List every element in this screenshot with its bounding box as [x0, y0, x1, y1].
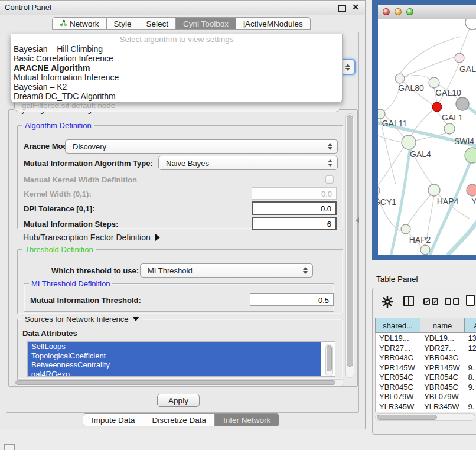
attribute-item[interactable]: TopologicalCoefficient	[28, 351, 321, 361]
network-node-label: SWI4	[454, 136, 474, 146]
settings-hscrollbar[interactable]	[14, 379, 344, 386]
close-icon[interactable]: ✕	[352, 2, 359, 12]
tab-jactivemnodules[interactable]: jActiveMNodules	[236, 17, 311, 30]
network-node-y[interactable]	[467, 184, 476, 196]
column-header-2[interactable]: name	[420, 318, 465, 333]
table-cell: YDR27...	[376, 343, 420, 353]
bottom-tab-infer-network[interactable]: Infer Network	[215, 413, 279, 426]
table-row[interactable]: YLR345WYLR345W9.	[376, 402, 476, 412]
table-toolbar: ✓ ✓	[373, 294, 476, 315]
network-window-titlebar[interactable]	[378, 5, 476, 19]
checked-boxes-icon[interactable]: ✓	[423, 298, 430, 305]
network-node-label: GAL11	[382, 119, 407, 128]
network-node-gal1[interactable]	[444, 123, 455, 134]
attribute-item[interactable]: BetweennessCentrality	[28, 360, 321, 370]
manual-kernel-label: Manual Kernel Width Definition	[24, 175, 137, 184]
column-header-1[interactable]: shared...	[375, 318, 420, 333]
network-node[interactable]	[432, 102, 442, 112]
network-node-gal4[interactable]	[402, 135, 416, 149]
table-cell: YBR045C	[376, 382, 420, 392]
attributes-vscrollbar[interactable]	[325, 344, 333, 377]
mi-threshold-label: Mutual Information Threshold:	[30, 296, 141, 305]
collapse-down-icon	[132, 317, 139, 321]
network-node[interactable]	[420, 245, 430, 255]
document-icon[interactable]	[466, 295, 475, 306]
mi-threshold-field[interactable]	[250, 293, 334, 306]
split-view-icon[interactable]	[403, 296, 414, 306]
combo-spinner-icon	[345, 64, 350, 71]
node-table: shared...nameA YDL19...YDL19...13YDR27..…	[375, 318, 476, 412]
data-attributes-list: SelfLoopsTopologicalCoefficientBetweenne…	[27, 341, 335, 377]
table-row[interactable]: YPR145WYPR145W9.	[376, 363, 476, 373]
sources-group: Sources for Network Inference Data Attri…	[17, 319, 343, 379]
checked-boxes-icon[interactable]: ✓	[432, 298, 438, 305]
hub-definition-toggle[interactable]: Hub/Transcription Factor Definition	[23, 233, 160, 242]
mi-steps-field[interactable]	[252, 217, 337, 230]
table-row[interactable]: YBR043CYBR043C	[376, 353, 476, 363]
table-cell: YBR043C	[376, 353, 420, 363]
table-row[interactable]: YER054CYER054C8.	[376, 372, 476, 382]
aracne-mode-combo[interactable]: Discovery	[65, 139, 338, 154]
sources-group-title[interactable]: Sources for Network Inference	[22, 315, 142, 324]
dropdown-item[interactable]: Bayesian – K2	[11, 82, 342, 92]
kernel-width-field[interactable]	[252, 187, 337, 200]
zoom-traffic-light[interactable]	[406, 8, 413, 15]
network-node-label: GAL10	[435, 88, 461, 97]
settings-vscrollbar[interactable]	[345, 113, 354, 378]
network-node[interactable]	[456, 97, 469, 110]
table-row[interactable]: YBL079WYBL079W	[376, 392, 476, 402]
kernel-width-label: Kernel Width (0,1):	[24, 190, 92, 198]
table-row[interactable]: YBR045CYBR045C9.	[376, 382, 476, 392]
dropdown-item[interactable]: Bayesian – Hill Climbing	[11, 44, 342, 54]
network-node-gal10[interactable]	[429, 77, 439, 88]
column-header-3[interactable]: A	[465, 318, 476, 333]
splitter-collapse-icon[interactable]	[356, 217, 359, 223]
table-cell: YBL079W	[420, 392, 464, 402]
which-threshold-label: Which threshold to use:	[51, 266, 139, 275]
which-threshold-combo[interactable]: MI Threshold	[140, 263, 313, 278]
table-row[interactable]: YDR27...YDR27...12	[376, 343, 476, 353]
manual-kernel-checkbox[interactable]	[325, 175, 334, 184]
close-traffic-light[interactable]	[383, 8, 390, 15]
table-hscrollbar[interactable]	[375, 413, 475, 421]
table-cell: 9	[464, 411, 476, 412]
network-node-gal11[interactable]	[378, 109, 385, 119]
tab-select[interactable]: Select	[139, 17, 177, 30]
tab-network[interactable]: Network	[52, 17, 107, 30]
network-node[interactable]	[465, 19, 476, 30]
network-node-hap2[interactable]	[401, 224, 410, 234]
apply-button[interactable]: Apply	[157, 394, 200, 407]
floating-panel-fragment[interactable]	[4, 444, 15, 450]
dropdown-item[interactable]: ARACNE Algorithm	[11, 63, 342, 73]
dropdown-item[interactable]: Basic Correlation Inference	[11, 54, 342, 63]
dropdown-item[interactable]: Dream8 DC_TDC Algorithm	[11, 92, 342, 101]
bottom-tab-discretize-data[interactable]: Discretize Data	[144, 413, 216, 426]
float-icon[interactable]	[338, 5, 346, 12]
gear-icon[interactable]	[381, 295, 394, 310]
network-node-gal[interactable]	[455, 53, 464, 63]
dropdown-item[interactable]: Mutual Information Inference	[11, 73, 342, 82]
table-row[interactable]: YIL052CYIL052C9	[376, 411, 476, 412]
tab-cyni-toolbox[interactable]: Cyni Toolbox	[176, 17, 236, 30]
attribute-item[interactable]: gal4RGexp	[28, 370, 321, 377]
minimize-traffic-light[interactable]	[395, 8, 402, 15]
algorithm-definition-title: Algorithm Definition	[22, 121, 94, 130]
mi-steps-label: Mutual Information Steps:	[24, 220, 118, 229]
algorithm-dropdown-list: Select algorithm to view settings Bayesi…	[11, 34, 343, 103]
bottom-tab-impute-data[interactable]: Impute Data	[83, 413, 144, 426]
tab-style[interactable]: Style	[107, 17, 139, 30]
table-row[interactable]: YDL19...YDL19...13	[376, 333, 476, 343]
network-node-hap4[interactable]	[428, 184, 440, 196]
unchecked-boxes-icon[interactable]	[453, 298, 459, 305]
network-node-gcy1[interactable]	[378, 186, 380, 195]
algorithm-definition-group: Algorithm Definition Aracne Mode: Discov…	[17, 125, 343, 229]
network-node-gal80[interactable]	[395, 74, 405, 83]
mi-type-combo[interactable]: Naive Bayes	[158, 156, 338, 170]
network-canvas[interactable]: GALGAL80GAL10GAL11GAL1SWI4GAL4GCY1HAP4YH…	[378, 19, 476, 255]
network-node-swi4[interactable]	[465, 148, 476, 163]
attribute-item[interactable]: SelfLoops	[28, 342, 321, 351]
dpi-tolerance-field[interactable]	[252, 201, 337, 215]
hub-definition-label: Hub/Transcription Factor Definition	[23, 233, 151, 242]
unchecked-boxes-icon[interactable]	[445, 298, 451, 305]
network-node-label: GAL1	[442, 113, 463, 122]
